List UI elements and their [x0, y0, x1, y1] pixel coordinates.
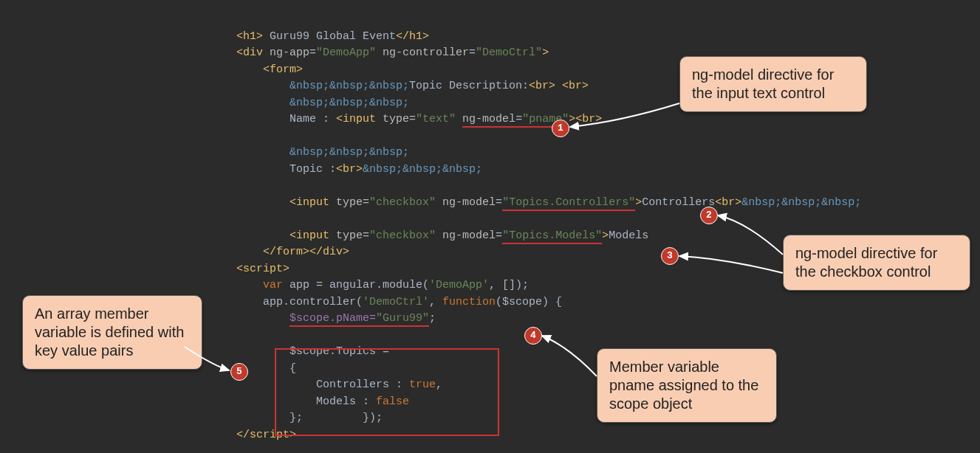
callout-member-var: Member variable pname assigned to the sc…: [597, 348, 777, 423]
badge-3: 3: [661, 247, 679, 265]
badge-4: 4: [524, 327, 542, 345]
badge-2: 2: [700, 207, 718, 224]
callout-checkbox: ng-model directive for the checkbox cont…: [783, 235, 970, 291]
tag: <h1>: [236, 30, 263, 43]
callout-array-member: An array member variable is defined with…: [22, 295, 202, 370]
callout-input-text: ng-model directive for the input text co…: [679, 56, 867, 112]
badge-5: 5: [230, 363, 248, 381]
badge-1: 1: [552, 120, 569, 137]
